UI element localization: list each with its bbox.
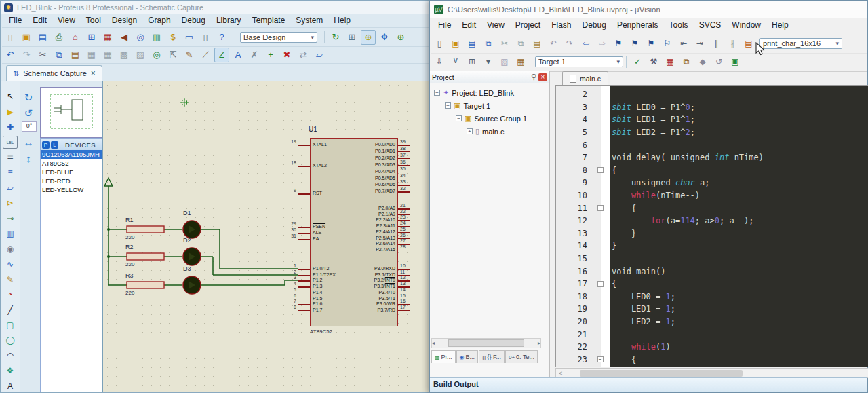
junction-dot-icon[interactable]: ✚ [3,121,18,133]
pack-installer-icon[interactable]: ▣ [728,54,743,69]
circle-icon[interactable]: ◯ [3,334,18,346]
zoom-in-icon[interactable]: ⊕ [393,30,408,45]
component-mode-icon[interactable]: ▶ [3,105,18,117]
debug-windows-icon[interactable]: ⧉ [679,54,694,69]
path-icon[interactable]: ❖ [3,364,18,377]
uvision-menu-flash[interactable]: Flash [546,20,576,31]
search-find-icon[interactable]: A [231,48,245,62]
wrench-icon[interactable]: ⟋ [198,48,213,62]
device-item[interactable]: AT89C52 [41,159,102,168]
uvision-menu-svcs[interactable]: SVCS [694,20,727,31]
collapse-icon[interactable]: − [445,102,451,109]
open-file-icon[interactable]: ▣ [448,36,463,51]
help-icon[interactable]: ? [214,30,229,45]
resistor-ref-label[interactable]: R2 [125,244,134,250]
block-rotate-icon[interactable]: ▩ [117,48,132,62]
code-line[interactable]: 11− { [556,202,868,214]
tab-schematic-capture[interactable]: ⇅ Schematic Capture × [6,65,102,81]
fold-collapse-icon[interactable]: − [597,356,604,362]
bookmark-prev-icon[interactable]: ⚑ [627,36,642,51]
scroll-left-icon[interactable]: ◂ [432,340,435,346]
paste-icon[interactable]: ▤ [530,36,545,51]
proteus-minimize-button[interactable]: — [416,2,424,10]
bom-icon[interactable]: $ [165,30,180,45]
redo-icon[interactable]: ↷ [19,48,34,62]
code-line[interactable]: 18 LED0 = 1; [556,291,868,303]
mirror-horizontal-icon[interactable]: ↔ [21,135,36,149]
code-line[interactable]: 9 unsigned char a; [556,176,868,189]
property-assign-icon[interactable]: ✗ [247,48,262,62]
schematic-canvas[interactable]: R1220R2220R3220D1D2D3 U1AT89C5219XTAL118… [102,81,435,392]
current-probe-icon[interactable]: ◔ [3,288,18,301]
subcircuit-icon[interactable]: ▱ [3,182,18,194]
proteus-menu-debug[interactable]: Debug [176,15,211,26]
zoom-area-icon[interactable]: ◎ [149,48,164,62]
kill-breakpoints-icon[interactable]: ◆ [695,54,710,69]
nav-back-icon[interactable]: ⇦ [578,36,593,51]
rotate-cw-icon[interactable]: ↻ [21,91,36,105]
open-folder-icon[interactable]: ▣ [19,30,34,45]
chip-icon[interactable]: ▦ [100,30,115,45]
cut-icon[interactable]: ✂ [35,48,50,62]
selection-mode-icon[interactable]: ↖ [3,90,18,102]
code-line[interactable]: 20 LED2 = 1; [556,316,868,329]
proteus-menu-template[interactable]: Template [247,15,291,26]
cut-icon[interactable]: ✂ [497,36,512,51]
terminal-icon[interactable]: ⊳ [3,197,18,209]
panel-tab-f[interactable]: {}{} F... [479,350,505,363]
editor-hscrollbar[interactable]: < [555,368,868,378]
resistor-value-label[interactable]: 220 [125,261,134,267]
book-icon[interactable]: ▤ [741,36,756,51]
spreadsheet-icon[interactable]: ▥ [149,30,164,45]
proteus-menu-system[interactable]: System [290,15,328,26]
device-item[interactable]: 9C12063A1105JMH [41,150,102,159]
rotate-ccw-icon[interactable]: ↺ [21,107,36,120]
fold-collapse-icon[interactable]: − [597,205,604,211]
buses-icon[interactable]: ≡ [3,166,18,179]
code-line[interactable]: 8−{ [556,164,868,177]
close-icon[interactable]: × [538,73,547,81]
copy-icon[interactable]: ⧉ [513,36,528,51]
edit-sheet-icon[interactable]: ▱ [312,48,327,62]
translate-icon[interactable]: ⇩ [432,54,447,69]
text-2d-icon[interactable]: A [3,380,18,392]
copy-icon[interactable]: ⧉ [52,48,66,62]
code-line[interactable]: 15 [556,252,868,265]
device-pin-icon[interactable]: ⊸ [3,212,18,225]
scroll-right-icon[interactable]: ▸ [538,340,540,346]
tab-main-c[interactable]: main.c [562,71,608,85]
graph-mode-icon[interactable]: ▥ [3,227,18,240]
target-combo[interactable]: Target 1▾ [535,56,623,67]
resistor-ref-label[interactable]: R1 [125,217,134,223]
generator-icon[interactable]: ∿ [3,258,18,270]
block-move-icon[interactable]: ▦ [100,48,115,62]
monitor-icon[interactable]: ▭ [182,30,197,45]
tree-item-main-c[interactable]: +▯main.c [430,125,549,138]
code-line[interactable]: 14} [556,240,868,252]
new-file-icon[interactable]: ▯ [3,30,18,45]
device-item[interactable]: LED-BLUE [41,168,102,176]
fold-margin[interactable]: − [595,167,605,173]
search-combo[interactable]: print_char_16x16▾ [760,38,842,49]
resistor-value-label[interactable]: 220 [125,234,134,240]
tile-windows-icon[interactable]: ⊞ [84,30,99,45]
goto-icon[interactable]: ⇱ [165,48,180,62]
block-copy-icon[interactable]: ▦ [84,48,99,62]
code-area[interactable]: 23sbit LED0 = P1^0;4sbit LED1 = P1^1;5sb… [555,85,868,367]
device-item[interactable]: LED-RED [41,176,102,185]
redo-icon[interactable]: ↷ [562,36,577,51]
save-icon[interactable]: ▤ [35,30,50,45]
text-script-icon[interactable]: ≣ [3,151,18,164]
proteus-menu-file[interactable]: File [3,15,27,26]
proteus-menu-library[interactable]: Library [211,15,247,26]
chip-ref-label[interactable]: U1 [309,126,317,133]
build-output-bar[interactable]: Build Output [430,377,867,392]
rotate-angle-field[interactable]: 0° [22,121,37,132]
box-icon[interactable]: ▢ [3,319,18,331]
resistor-ref-label[interactable]: R3 [125,272,134,279]
rebuild-icon[interactable]: ⊞ [465,54,479,69]
code-line[interactable]: 7void delay( unsigned int nTime) [556,151,868,164]
block-delete-icon[interactable]: ▨ [133,48,148,62]
remove-sheet-icon[interactable]: ✖ [279,48,294,62]
wire-autoroute-icon[interactable]: Z [214,48,229,62]
